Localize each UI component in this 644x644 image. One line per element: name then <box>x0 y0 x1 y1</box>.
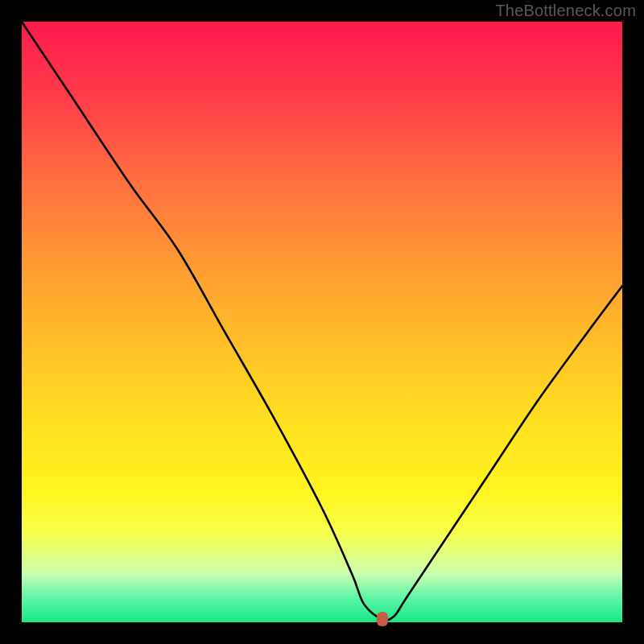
bottleneck-curve <box>22 22 622 622</box>
watermark-text: TheBottleneck.com <box>495 2 636 20</box>
optimal-point-marker <box>377 612 388 626</box>
plot-area <box>22 22 622 622</box>
chart-frame: TheBottleneck.com <box>0 0 644 644</box>
